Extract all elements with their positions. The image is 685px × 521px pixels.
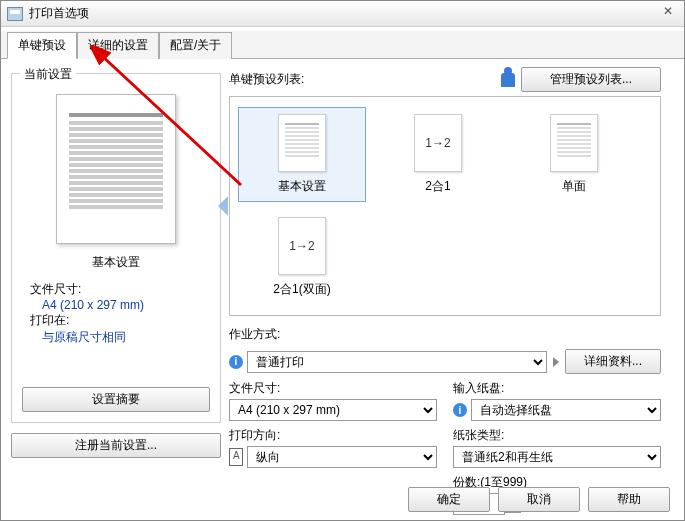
preset-item-2in1[interactable]: 1→2 2合1 xyxy=(374,107,502,202)
file-size-select[interactable]: A4 (210 x 297 mm) xyxy=(229,399,437,421)
preset-list-label: 单键预设列表: xyxy=(229,71,304,88)
paper-type-select[interactable]: 普通纸2和再生纸 xyxy=(453,446,661,468)
info-block: 文件尺寸: A4 (210 x 297 mm) 打印在: 与原稿尺寸相同 xyxy=(22,281,210,346)
job-method-select[interactable]: 普通打印 xyxy=(247,351,547,373)
printer-icon xyxy=(7,7,23,21)
user-icon xyxy=(501,73,515,87)
preset-thumb-icon: 1→2 xyxy=(414,114,462,172)
manage-preset-list-button[interactable]: 管理预设列表... xyxy=(521,67,661,92)
file-size-label-r: 文件尺寸: xyxy=(229,380,437,397)
preset-label: 基本设置 xyxy=(243,178,361,195)
preset-item-basic[interactable]: 基本设置 xyxy=(238,107,366,202)
nav-prev-icon[interactable] xyxy=(218,196,228,216)
preset-item-2in1-duplex[interactable]: 1→2 2合1(双面) xyxy=(238,210,366,305)
portrait-icon xyxy=(229,448,243,466)
info-icon: i xyxy=(229,355,243,369)
preset-list-box: 基本设置 1→2 2合1 单面 1→2 2合1(双面) xyxy=(229,96,661,316)
input-tray-label: 输入纸盘: xyxy=(453,380,661,397)
dialog-buttons: 确定 取消 帮助 xyxy=(408,487,670,512)
titlebar: 打印首选项 ✕ xyxy=(1,1,684,27)
orientation-label: 打印方向: xyxy=(229,427,437,444)
help-button[interactable]: 帮助 xyxy=(588,487,670,512)
tabbar: 单键预设 详细的设置 配置/关于 xyxy=(1,31,684,59)
cancel-button[interactable]: 取消 xyxy=(498,487,580,512)
tab-config-about[interactable]: 配置/关于 xyxy=(159,32,232,59)
window-title: 打印首选项 xyxy=(29,5,89,22)
preset-thumb-icon xyxy=(278,114,326,172)
tab-oneclick-preset[interactable]: 单键预设 xyxy=(7,32,77,59)
print-at-label: 打印在: xyxy=(30,312,202,329)
current-settings-group: 当前设置 基本设置 文件尺寸: A4 (210 x 297 mm) 打印在: 与… xyxy=(11,73,221,423)
page-preview xyxy=(56,94,176,244)
ok-button[interactable]: 确定 xyxy=(408,487,490,512)
paper-type-label: 纸张类型: xyxy=(453,427,661,444)
orientation-select[interactable]: 纵向 xyxy=(247,446,437,468)
preset-name: 基本设置 xyxy=(22,254,210,271)
play-icon[interactable] xyxy=(553,357,559,367)
current-settings-label: 当前设置 xyxy=(20,66,76,83)
preset-thumb-icon: 1→2 xyxy=(278,217,326,275)
register-current-settings-button[interactable]: 注册当前设置... xyxy=(11,433,221,458)
right-panel: 单键预设列表: 管理预设列表... 基本设置 1→2 2合1 xyxy=(229,67,661,515)
file-size-label: 文件尺寸: xyxy=(30,281,202,298)
left-panel: 当前设置 基本设置 文件尺寸: A4 (210 x 297 mm) 打印在: 与… xyxy=(11,67,221,458)
preset-item-single-side[interactable]: 单面 xyxy=(510,107,638,202)
settings-summary-button[interactable]: 设置摘要 xyxy=(22,387,210,412)
print-at-value: 与原稿尺寸相同 xyxy=(30,329,202,346)
input-tray-select[interactable]: 自动选择纸盘 xyxy=(471,399,661,421)
tab-detailed-settings[interactable]: 详细的设置 xyxy=(77,32,159,59)
detail-button[interactable]: 详细资料... xyxy=(565,349,661,374)
preset-label: 单面 xyxy=(515,178,633,195)
file-size-value: A4 (210 x 297 mm) xyxy=(30,298,202,312)
close-icon[interactable]: ✕ xyxy=(658,4,678,22)
preset-label: 2合1 xyxy=(379,178,497,195)
info-icon: i xyxy=(453,403,467,417)
preset-thumb-icon xyxy=(550,114,598,172)
tab-content: 当前设置 基本设置 文件尺寸: A4 (210 x 297 mm) 打印在: 与… xyxy=(1,59,684,521)
print-preferences-window: 打印首选项 ✕ 单键预设 详细的设置 配置/关于 当前设置 基本设置 文件尺寸:… xyxy=(0,0,685,521)
preset-label: 2合1(双面) xyxy=(243,281,361,298)
job-method-label: 作业方式: xyxy=(229,326,661,343)
